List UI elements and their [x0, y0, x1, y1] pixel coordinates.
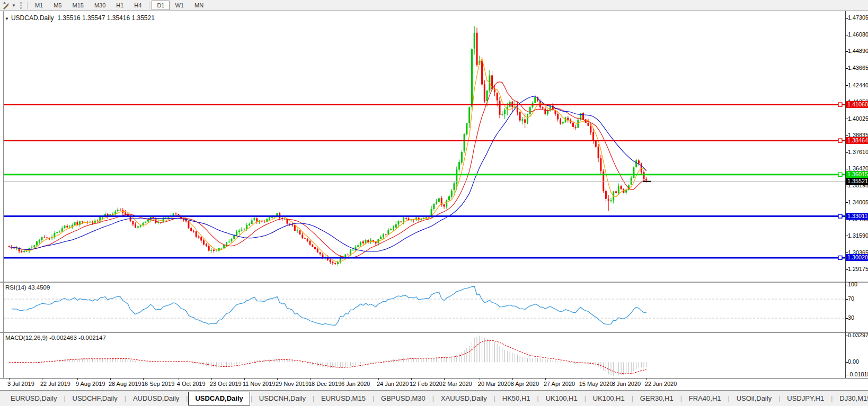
hline-price-badge: 1.36015 — [846, 171, 868, 178]
timeframe-button-d1[interactable]: D1 — [152, 1, 170, 10]
rsi-scale-label: 70 — [848, 295, 854, 302]
chart-tab-usdchf-daily[interactable]: USDCHF,Daily — [66, 393, 124, 404]
date-tick-mark — [480, 378, 480, 380]
tool-dropdown-caret-icon[interactable]: ▼ — [12, 3, 16, 8]
chart-tool-group[interactable]: ▼ — [0, 2, 18, 10]
chart-tab-bar: EURUSD,Daily|USDCHF,Daily|AUDUSD,Daily|U… — [0, 390, 868, 406]
date-label: 3 Jun 2020 — [612, 381, 641, 387]
hline-price-badge: 1.33011 — [846, 213, 868, 220]
chart-tab-usdcad-daily[interactable]: USDCAD,Daily — [188, 392, 250, 405]
date-label: 2 Mar 2020 — [442, 381, 472, 387]
date-tick-mark — [42, 378, 42, 380]
chart-tab-gbpusd-m30[interactable]: GBPUSD,M30 — [375, 393, 432, 404]
chart-tab-fra40-h1[interactable]: FRA40,H1 — [683, 393, 728, 404]
hline-handle — [838, 139, 842, 142]
price-tick-label: 1.46080 — [848, 31, 868, 38]
macd-scale-label: -0.018154 — [848, 371, 868, 377]
timeframe-button-group: M1M5M15M30H1H4D1W1MN — [30, 1, 209, 10]
chart-tab-usoil-daily[interactable]: USOil,Daily — [730, 393, 778, 404]
hline-price-badge: 1.30020 — [846, 254, 868, 261]
timeframe-button-h1[interactable]: H1 — [111, 1, 129, 10]
toolbar-grip[interactable] — [20, 2, 22, 9]
date-label: 18 Dec 2019 — [308, 381, 341, 387]
date-label: 8 Apr 2020 — [511, 381, 539, 387]
chart-tab-dj30-m15[interactable]: DJ30,M15 — [833, 393, 868, 404]
hline-price-badge: 1.38464 — [846, 137, 868, 144]
price-axis[interactable]: 1.473051.460801.448901.436651.424401.412… — [846, 11, 868, 378]
date-tick-mark — [277, 378, 278, 380]
macd-signal-line — [9, 340, 646, 374]
candles-group — [8, 26, 648, 266]
chart-tab-eurusd-daily[interactable]: EURUSD,Daily — [4, 393, 63, 404]
timeframe-button-w1[interactable]: W1 — [170, 1, 189, 10]
timeframe-button-m30[interactable]: M30 — [89, 1, 111, 10]
date-tick-mark — [211, 378, 212, 380]
date-label: 16 Sep 2019 — [141, 381, 174, 387]
current-price-badge: 1.35521 — [846, 178, 868, 185]
price-tick-label: 1.42440 — [848, 82, 868, 88]
chart-tab-eurusd-m15[interactable]: EURUSD,M15 — [315, 393, 372, 404]
chart-tab-hk50-h1[interactable]: HK50,H1 — [496, 393, 537, 404]
time-axis[interactable]: 3 Jul 201922 Jul 20199 Aug 201928 Aug 20… — [4, 379, 845, 389]
rsi-panel-chart[interactable] — [4, 283, 845, 332]
date-label: 20 Mar 2020 — [478, 381, 511, 387]
date-label: 6 Jan 2020 — [341, 381, 370, 387]
chart-tab-ger30-h1[interactable]: GER30,H1 — [634, 393, 680, 404]
price-tick-label: 1.31590 — [848, 232, 868, 239]
date-tick-mark — [512, 378, 513, 380]
timeframe-button-h4[interactable]: H4 — [129, 1, 147, 10]
date-label: 24 Jan 2020 — [377, 381, 409, 387]
timeframe-button-m5[interactable]: M5 — [48, 1, 67, 10]
chart-tab-uk100-h1[interactable]: UK100,H1 — [587, 393, 631, 404]
timeframe-button-m15[interactable]: M15 — [67, 1, 88, 10]
price-tick-label: 1.29175 — [848, 266, 868, 272]
price-tick-label: 1.34005 — [848, 199, 868, 205]
date-tick-mark — [545, 378, 546, 380]
toolbar-separator — [149, 2, 149, 9]
chart-tab-xauusd-daily[interactable]: XAUUSD,Daily — [435, 393, 493, 404]
timeframe-button-m1[interactable]: M1 — [30, 1, 48, 10]
moving-average-5 — [9, 59, 646, 263]
chart-tab-uk100-h1[interactable]: UK100,H1 — [539, 393, 584, 404]
top-toolbar: ▼ M1M5M15M30H1H4D1W1MN — [0, 0, 868, 11]
date-label: 28 Aug 2019 — [109, 381, 141, 387]
date-tick-mark — [310, 378, 311, 380]
date-tick-mark — [143, 378, 144, 380]
date-tick-mark — [77, 378, 78, 380]
macd-label: MACD(12,26,9) -0.002463 -0.002147 — [5, 335, 106, 341]
hline-handle — [838, 256, 842, 259]
date-tick-mark — [9, 378, 10, 380]
crosshair-tool-icon[interactable] — [2, 2, 10, 10]
macd-scale-label: 0.00 — [848, 358, 859, 365]
date-tick-mark — [411, 378, 412, 380]
rsi-line — [12, 286, 646, 326]
date-label: 12 Feb 2020 — [410, 381, 442, 387]
date-label: 4 Oct 2019 — [177, 381, 206, 387]
hline-handle — [838, 214, 842, 218]
macd-panel-chart[interactable] — [4, 333, 845, 378]
date-label: 23 Oct 2019 — [210, 381, 242, 387]
rsi-label: RSI(14) 43.4509 — [5, 284, 50, 291]
price-tick-label: 1.40025 — [848, 115, 868, 122]
rsi-scale-label: 30 — [848, 314, 854, 321]
date-tick-mark — [110, 378, 111, 380]
date-label: 22 Jul 2019 — [40, 381, 70, 387]
chart-tab-usdjpy-h1[interactable]: USDJPY,H1 — [781, 393, 830, 404]
hline-price-badge: 1.41060 — [846, 101, 868, 108]
timeframe-button-mn[interactable]: MN — [189, 1, 209, 10]
chart-tab-audusd-daily[interactable]: AUDUSD,Daily — [127, 393, 185, 404]
date-label: 22 Jun 2020 — [645, 381, 677, 387]
candlestick-chart[interactable] — [4, 12, 845, 282]
toolbar-separator — [27, 2, 28, 9]
price-tick-label: 1.37610 — [848, 149, 868, 155]
date-tick-mark — [244, 378, 245, 380]
hline-handle — [838, 173, 842, 176]
hline-handle — [838, 103, 842, 106]
price-tick-label: 1.43665 — [848, 65, 868, 71]
price-tick-label: 1.47305 — [848, 14, 868, 21]
date-label: 3 Jul 2019 — [7, 381, 34, 387]
chart-tab-usdcnh-daily[interactable]: USDCNH,Daily — [253, 393, 312, 404]
date-tick-mark — [378, 378, 379, 380]
chart-window[interactable]: ▼USDCAD,Daily 1.35516 1.35547 1.35416 1.… — [0, 11, 868, 391]
date-tick-mark — [444, 378, 445, 380]
